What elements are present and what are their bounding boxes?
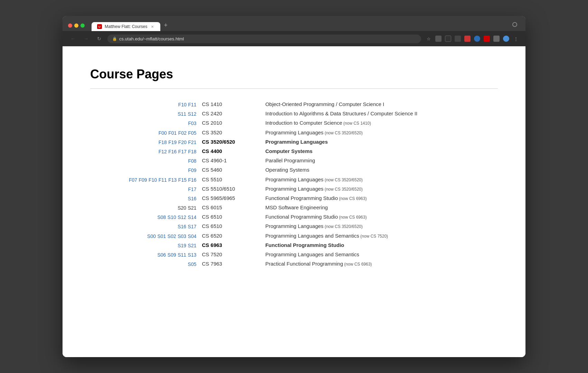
course-table: F10 F11CS 1410Object-Oriented Programmin…	[90, 100, 498, 269]
extension-icon-blue[interactable]	[473, 35, 481, 43]
semester-link[interactable]: F03	[188, 121, 196, 126]
refresh-button[interactable]: ↻	[94, 34, 104, 44]
semester-link[interactable]: S10	[168, 214, 176, 220]
semester-link[interactable]: F07	[129, 177, 137, 183]
extension-icon-1[interactable]	[434, 35, 443, 43]
semester-link[interactable]: F12	[159, 149, 167, 154]
semester-link[interactable]: F00	[159, 130, 167, 136]
semester-link[interactable]: F16	[168, 149, 177, 154]
semester-link[interactable]: F18	[188, 149, 196, 154]
course-code: CS 2420	[202, 109, 265, 118]
semester-link[interactable]: F15	[178, 177, 187, 183]
course-note: (now CS 3520/6520)	[323, 131, 362, 135]
course-name: Programming Languages and Semantics	[265, 250, 498, 259]
semester-link[interactable]: F20	[178, 140, 187, 145]
course-note: (now CS 1410)	[342, 121, 371, 126]
table-row: F18 F19 F20 F21CS 3520/6520Programming L…	[90, 137, 498, 147]
semester-link[interactable]: S02	[168, 233, 176, 239]
course-name: Introduction to Algorithms & Data Struct…	[265, 109, 498, 118]
menu-icon[interactable]: ⋮	[512, 35, 520, 43]
minimize-window-button[interactable]	[74, 23, 78, 28]
tabs-row: U Matthew Flatt: Courses ✕ +	[92, 20, 508, 31]
extension-icon-puzzle[interactable]	[492, 35, 501, 43]
semester-link[interactable]: S19	[178, 243, 186, 248]
course-name: Programming Languages and Semantics (now…	[265, 231, 498, 241]
semester-link[interactable]: F17	[188, 186, 196, 192]
semester-link[interactable]: S09	[168, 252, 176, 258]
new-tab-button[interactable]: +	[160, 20, 171, 30]
address-bar-row: ← → ↻ 🔒 cs.utah.edu/~mflatt/courses.html…	[63, 31, 525, 46]
course-note: (now CS 3520/6520)	[323, 187, 362, 192]
course-name: Operating Systems	[265, 165, 498, 175]
semester-link[interactable]: S21	[188, 243, 197, 248]
semester-link[interactable]: F05	[188, 130, 196, 136]
course-note: (now CS 7520)	[359, 234, 388, 239]
semester-link[interactable]: F19	[168, 140, 177, 145]
back-button[interactable]: ←	[68, 34, 78, 44]
traffic-lights	[68, 23, 85, 28]
extension-icon-red2[interactable]	[483, 35, 491, 43]
semester-link[interactable]: S12	[178, 214, 186, 220]
semester-link[interactable]: S17	[188, 224, 197, 229]
course-note: (now CS 6963)	[338, 196, 367, 201]
semester-link[interactable]: S01	[157, 233, 166, 239]
course-code: CS 4960-1	[202, 156, 265, 165]
semester-link[interactable]: F18	[159, 140, 167, 145]
semester-link[interactable]: S03	[178, 233, 186, 239]
active-tab[interactable]: U Matthew Flatt: Courses ✕	[92, 22, 160, 31]
table-row: S00 S01 S02 S03 S04CS 6520Programming La…	[90, 231, 498, 241]
semester-link[interactable]: S08	[157, 214, 166, 220]
semester-link[interactable]: S12	[188, 111, 197, 117]
course-name: MSD Software Engineering	[265, 203, 498, 212]
semester-link[interactable]: F13	[168, 177, 177, 183]
semester-link[interactable]: S16	[178, 224, 186, 229]
table-row: F07 F09 F10 F11 F13 F15 F16CS 5510Progra…	[90, 175, 498, 184]
semester-link[interactable]: S13	[188, 252, 197, 258]
close-window-button[interactable]	[68, 23, 72, 28]
semester-link[interactable]: S05	[188, 261, 197, 267]
semester-link[interactable]: F02	[178, 130, 187, 136]
semester-link[interactable]: S04	[188, 233, 197, 239]
semester-link[interactable]: S06	[157, 252, 166, 258]
semester-link[interactable]: F08	[188, 158, 196, 164]
course-name: Functional Programming Studio (now CS 69…	[265, 194, 498, 203]
course-code: CS 5965/6965	[202, 194, 265, 203]
semester-link[interactable]: F11	[188, 102, 196, 107]
extension-icon-2[interactable]	[444, 35, 452, 43]
table-row: F17CS 5510/6510Programming Languages (no…	[90, 184, 498, 194]
extension-icon-3[interactable]	[454, 35, 462, 43]
forward-button[interactable]: →	[81, 34, 91, 44]
tab-close-button[interactable]: ✕	[150, 24, 155, 29]
table-row: S06 S09 S11 S13CS 7520Programming Langua…	[90, 250, 498, 259]
page-content: Course Pages F10 F11CS 1410Object-Orient…	[63, 46, 525, 357]
maximize-window-button[interactable]	[80, 23, 85, 28]
extension-icon-avatar[interactable]	[502, 35, 510, 43]
semester-link[interactable]: F01	[168, 130, 177, 136]
semester-link[interactable]: F09	[139, 177, 147, 183]
semester-link[interactable]: F11	[159, 177, 167, 183]
semester-link[interactable]: S16	[188, 196, 197, 201]
semester-link[interactable]: F17	[178, 149, 187, 154]
table-row: F09CS 5460Operating Systems	[90, 165, 498, 175]
semester-link[interactable]: S11	[178, 111, 186, 117]
extension-icon-red[interactable]	[463, 35, 472, 43]
semester-link[interactable]: F10	[149, 177, 157, 183]
address-bar[interactable]: 🔒 cs.utah.edu/~mflatt/courses.html	[107, 35, 421, 43]
url-display: cs.utah.edu/~mflatt/courses.html	[119, 36, 184, 41]
course-name: Programming Languages (now CS 3520/6520)	[265, 222, 498, 231]
bookmark-icon[interactable]: ☆	[425, 35, 433, 43]
semester-link[interactable]: S14	[188, 214, 197, 220]
tab-title: Matthew Flatt: Courses	[105, 24, 147, 29]
table-row: S16 S17CS 6510Programming Languages (now…	[90, 222, 498, 231]
table-row: F08CS 4960-1Parallel Programming	[90, 156, 498, 165]
semester-link[interactable]: F10	[178, 102, 187, 107]
course-name: Parallel Programming	[265, 156, 498, 165]
course-name: Functional Programming Studio (now CS 69…	[265, 212, 498, 222]
semester-link[interactable]: S11	[178, 252, 186, 258]
semester-link[interactable]: S00	[147, 233, 156, 239]
course-note: (now CS 6963)	[343, 262, 372, 267]
semester-link[interactable]: F16	[188, 177, 196, 183]
semester-link[interactable]: F21	[188, 140, 196, 145]
semester-link[interactable]: F09	[188, 168, 196, 173]
course-name: Object-Oriented Programming / Computer S…	[265, 100, 498, 109]
